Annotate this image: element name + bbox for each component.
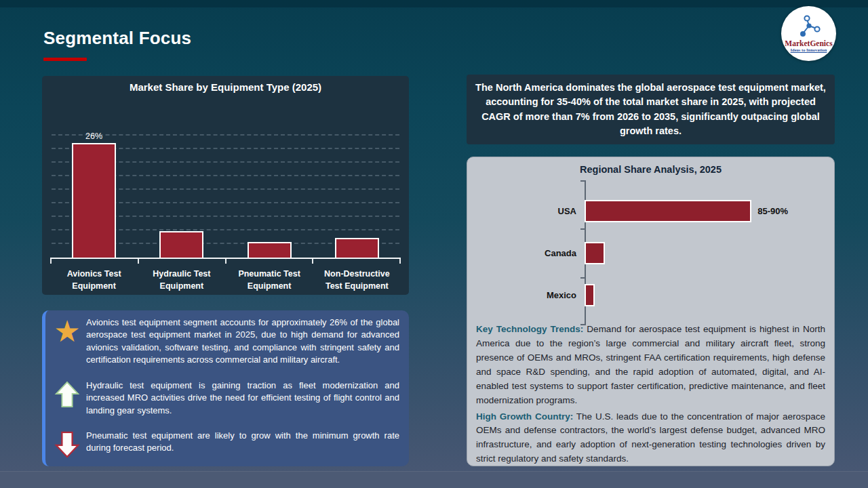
- bar-group-avionics: 26%: [50, 125, 138, 258]
- category-label-ndt: Non-Destructive Test Equipment: [313, 268, 401, 292]
- slide: Segmental Focus MarketGenics Ideas to In…: [0, 0, 868, 488]
- marketgenics-logo: MarketGenics Ideas to Innovation: [781, 6, 836, 61]
- headline-text: The North America dominates the global a…: [475, 81, 827, 139]
- note-label: Key Technology Trends:: [476, 324, 583, 334]
- equipment-chart-plot: 26%: [50, 125, 401, 258]
- bar-pneumatic: [248, 242, 292, 258]
- bar-data-label: 26%: [85, 131, 102, 141]
- bar-group-ndt: [313, 125, 401, 258]
- note-text: Demand for aerospace test equipment is h…: [476, 324, 825, 405]
- x-axis-ticks: [50, 259, 401, 264]
- region-label-canada: Canada: [476, 248, 576, 258]
- star-icon: ★: [54, 318, 80, 345]
- title-underline: [43, 58, 87, 61]
- bar-canada: [585, 242, 605, 264]
- bar-value-usa: 85-90%: [757, 206, 788, 216]
- bar-row-usa: USA 85-90%: [585, 190, 825, 232]
- logo-brand-text: MarketGenics: [785, 39, 832, 47]
- bar-usa: [585, 200, 751, 222]
- note-key-technology-trends: Key Technology Trends: Demand for aerosp…: [476, 323, 825, 408]
- bottom-accent-bar: [0, 471, 868, 488]
- category-label-hydraulic: Hydraulic Test Equipment: [138, 268, 225, 292]
- insight-row-avionics: ★ Avionics test equipment segment accoun…: [48, 317, 399, 367]
- insight-text: Avionics test equipment segment accounts…: [86, 317, 399, 367]
- regional-chart-title: Regional Share Analysis, 2025: [476, 164, 825, 175]
- insight-callout-box: ★ Avionics test equipment segment accoun…: [42, 310, 409, 466]
- molecule-icon: [795, 15, 823, 41]
- north-america-headline-box: The North America dominates the global a…: [467, 75, 835, 144]
- equipment-chart-title: Market Share by Equipment Type (2025): [50, 81, 401, 93]
- bar-hydraulic: [159, 231, 203, 258]
- bar-avionics: [72, 143, 116, 258]
- bar-row-canada: Canada: [585, 232, 825, 274]
- region-label-mexico: Mexico: [476, 290, 576, 300]
- region-label-usa: USA: [476, 206, 576, 216]
- bar-ndt: [335, 238, 379, 258]
- top-accent-band: [0, 0, 868, 7]
- bar-group-hydraulic: [138, 125, 225, 258]
- category-labels: Avionics Test Equipment Hydraulic Test E…: [50, 268, 401, 292]
- category-label-pneumatic: Pneumatic Test Equipment: [226, 268, 313, 292]
- regional-bar-chart: USA 85-90% Canada Mexico: [476, 190, 825, 316]
- insight-text: Hydraulic test equipment is gaining trac…: [86, 380, 399, 417]
- arrow-up-icon: [54, 381, 80, 411]
- insight-row-hydraulic: Hydraulic test equipment is gaining trac…: [48, 380, 399, 417]
- insight-text: Pneumatic test equipment are likely to g…: [86, 430, 399, 455]
- page-title: Segmental Focus: [43, 28, 191, 49]
- insight-row-pneumatic: Pneumatic test equipment are likely to g…: [48, 430, 399, 461]
- bar-mexico: [585, 284, 595, 306]
- equipment-share-chart-panel: Market Share by Equipment Type (2025) 26…: [42, 76, 409, 295]
- arrow-down-icon: [54, 431, 80, 461]
- category-label-avionics: Avionics Test Equipment: [50, 268, 138, 292]
- note-high-growth-country: High Growth Country: The U.S. leads due …: [476, 410, 825, 467]
- bar-row-mexico: Mexico: [585, 274, 825, 316]
- note-label: High Growth Country:: [476, 411, 573, 422]
- bar-group-pneumatic: [226, 125, 313, 258]
- regional-analysis-panel: Regional Share Analysis, 2025 USA 85-90%…: [467, 157, 835, 466]
- logo-tagline-text: Ideas to Innovation: [791, 47, 827, 52]
